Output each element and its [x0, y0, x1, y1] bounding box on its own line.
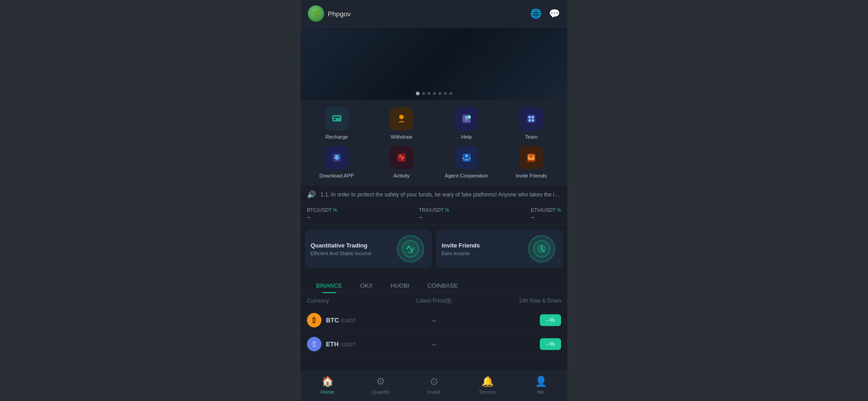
header-left: 🌿 Phpgov: [308, 5, 351, 22]
nav-service[interactable]: 🔔 Service: [461, 374, 514, 396]
quick-actions-grid: Recharge Withdraw ? ★ Help: [301, 100, 567, 186]
tab-binance[interactable]: BINANCE: [307, 279, 351, 293]
dot-1[interactable]: [416, 92, 420, 95]
home-label: Home: [321, 389, 334, 395]
svg-rect-0: [332, 115, 341, 121]
action-help[interactable]: ? ★ Help: [435, 107, 498, 140]
trx-change-pct: %: [445, 208, 449, 213]
tab-okx[interactable]: OKX: [351, 279, 382, 293]
download-icon-bg: [325, 146, 349, 169]
promo-quantitative[interactable]: Quantitative Trading Efficient And Stabl…: [305, 230, 432, 268]
trx-ticker[interactable]: TRX/USDT % --: [419, 207, 449, 220]
action-recharge[interactable]: Recharge: [305, 107, 368, 140]
tab-huobi[interactable]: HUOBI: [382, 279, 418, 293]
header-icons: 🌐 💬: [530, 8, 560, 19]
banner-dots: [416, 92, 452, 95]
withdraw-icon: [395, 112, 408, 125]
table-row[interactable]: Ξ ETH /USDT -- --%: [301, 332, 567, 356]
activity-label: Activity: [393, 173, 410, 178]
me-icon: 👤: [535, 376, 547, 387]
eth-pair: ETH/USDT %: [531, 207, 561, 213]
btc-change-pct: %: [333, 208, 337, 213]
promo-quant-subtitle: Efficient And Stable Income: [311, 251, 371, 256]
dot-2[interactable]: [422, 92, 425, 95]
btc-symbol-text: BTC: [326, 317, 339, 324]
btc-value: --: [307, 214, 337, 220]
activity-icon: [395, 151, 408, 164]
tab-coinbase[interactable]: COINBASE: [418, 279, 467, 293]
svg-text:★: ★: [467, 115, 471, 119]
promo-quant-title: Quantitative Trading: [311, 242, 371, 249]
exchange-tabs: BINANCE OKX HUOBI COINBASE: [301, 279, 567, 293]
eth-symbol-text: ETH: [326, 340, 339, 348]
action-download[interactable]: Download APP: [305, 146, 368, 178]
agent-label: Agent Cooperation: [445, 173, 488, 178]
currency-list: ₿ BTC /USDT -- --% Ξ: [301, 308, 567, 356]
trx-value: --: [419, 214, 449, 220]
eth-change-badge: --%: [540, 338, 561, 350]
dot-4[interactable]: [433, 92, 436, 95]
btc-ticker[interactable]: BTC/USDT % --: [307, 207, 337, 220]
promo-quant-graphic: [397, 235, 426, 262]
invest-label: Invest: [427, 389, 440, 395]
download-icon: [330, 151, 343, 164]
svg-rect-11: [528, 119, 531, 121]
quant-circle-icon: [397, 235, 424, 262]
nav-home[interactable]: 🏠 Home: [301, 374, 354, 396]
svg-rect-9: [528, 116, 531, 118]
team-label: Team: [525, 134, 538, 140]
help-icon: ? ★: [460, 112, 473, 125]
svg-rect-2: [334, 119, 336, 120]
service-label: Service: [479, 389, 496, 395]
promo-invite-subtitle: Earn Income: [442, 251, 480, 256]
dot-7[interactable]: [449, 92, 452, 95]
price-ticker: BTC/USDT % -- TRX/USDT % -- ETH/USDT % -…: [301, 203, 567, 224]
spacer: [301, 356, 567, 371]
quantify-icon: ⚙: [376, 376, 385, 387]
promo-quant-text: Quantitative Trading Efficient And Stabl…: [311, 242, 371, 256]
eth-change-pct: %: [557, 208, 561, 213]
nav-me[interactable]: 👤 Me: [514, 374, 567, 396]
table-row[interactable]: ₿ BTC /USDT -- --%: [301, 308, 567, 332]
promo-invite-text: Invite Friends Earn Income: [442, 242, 480, 256]
svg-rect-1: [334, 117, 340, 118]
avatar[interactable]: 🌿: [308, 5, 324, 22]
btc-name-block: BTC /USDT: [326, 316, 356, 324]
invite-icon: [525, 151, 538, 164]
btc-symbol: BTC /USDT: [326, 316, 356, 324]
nav-invest[interactable]: ⊙ Invest: [407, 374, 461, 396]
action-withdraw[interactable]: Withdraw: [370, 107, 434, 140]
help-icon-bg: ? ★: [455, 107, 478, 131]
globe-icon[interactable]: 🌐: [530, 8, 542, 19]
action-invite[interactable]: Invite Friends: [500, 146, 563, 178]
dot-5[interactable]: [439, 92, 441, 95]
me-label: Me: [537, 389, 544, 395]
col-currency: Currency: [307, 298, 392, 304]
invite-icon-bg: [519, 146, 543, 169]
svg-rect-19: [408, 252, 413, 253]
invite-circle-icon: [528, 235, 555, 262]
withdraw-icon-bg: [390, 107, 413, 131]
action-team[interactable]: Team: [500, 107, 563, 140]
withdraw-label: Withdraw: [391, 134, 412, 140]
nav-quantify[interactable]: ⚙ Quantify: [354, 374, 407, 396]
home-icon: 🏠: [321, 376, 334, 387]
eth-ticker[interactable]: ETH/USDT % --: [531, 207, 561, 220]
notice-icon: 🔊: [307, 190, 316, 199]
team-icon-bg: [519, 107, 543, 131]
action-agent[interactable]: Agent Cooperation: [435, 146, 498, 178]
promo-invite[interactable]: Invite Friends Earn Income: [436, 230, 563, 268]
eth-logo: Ξ: [307, 337, 321, 351]
bottom-nav: 🏠 Home ⚙ Quantify ⊙ Invest 🔔 Service 👤 M…: [301, 371, 567, 401]
btc-pair-label: /USDT: [341, 318, 356, 323]
message-icon[interactable]: 💬: [549, 8, 560, 19]
eth-symbol: ETH /USDT: [326, 340, 355, 348]
banner: [301, 28, 567, 100]
quantify-label: Quantify: [372, 389, 390, 395]
dot-6[interactable]: [444, 92, 447, 95]
invest-icon: ⊙: [430, 376, 438, 387]
svg-rect-12: [532, 119, 534, 121]
dot-3[interactable]: [428, 92, 430, 95]
eth-name-block: ETH /USDT: [326, 340, 355, 348]
action-activity[interactable]: Activity: [370, 146, 434, 178]
